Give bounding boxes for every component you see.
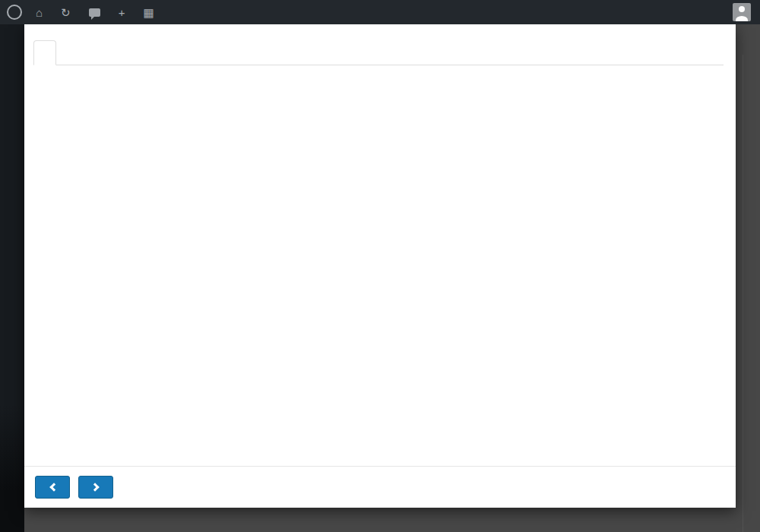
updates-icon: ↻ xyxy=(61,7,71,18)
wordpress-menu[interactable] xyxy=(0,0,29,24)
booking-modal xyxy=(24,24,736,508)
modal-header xyxy=(24,24,736,65)
site-name-link[interactable]: ⌂ xyxy=(29,0,54,24)
chevron-left-icon xyxy=(49,483,58,491)
user-avatar xyxy=(733,3,751,21)
next-day-button[interactable] xyxy=(78,476,113,499)
dimmed-page-edge xyxy=(743,55,743,532)
home-icon: ⌂ xyxy=(36,7,43,18)
chevron-right-icon xyxy=(90,483,99,491)
calendar-icon: ▦ xyxy=(143,7,154,18)
admin-bar: ⌂ ↻ + ▦ xyxy=(0,0,760,24)
plus-icon: + xyxy=(119,7,125,18)
updates-link[interactable]: ↻ xyxy=(54,0,82,24)
booking-package-link[interactable]: ▦ xyxy=(136,0,165,24)
tab-make-booking[interactable] xyxy=(56,40,78,65)
new-content-link[interactable]: + xyxy=(112,0,137,24)
prev-day-button[interactable] xyxy=(35,476,70,499)
comments-icon xyxy=(89,8,100,17)
comments-link[interactable] xyxy=(82,0,112,24)
tab-booking-users[interactable] xyxy=(33,40,56,65)
wordpress-logo-icon xyxy=(7,5,22,20)
tab-bar xyxy=(33,40,724,65)
account-menu[interactable] xyxy=(727,3,760,21)
admin-sidebar xyxy=(0,24,24,532)
modal-footer xyxy=(24,466,736,508)
